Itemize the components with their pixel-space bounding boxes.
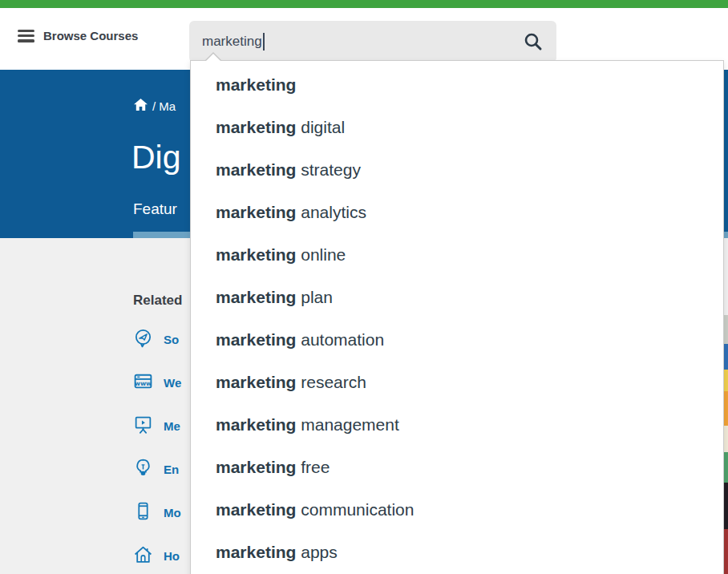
search-suggestion-item[interactable]: marketing communication bbox=[191, 488, 723, 531]
search-suggestion-item[interactable]: marketing analytics bbox=[191, 191, 723, 233]
list-item[interactable]: Me bbox=[133, 404, 181, 447]
suggestion-rest-text: strategy bbox=[296, 160, 361, 179]
search-icon[interactable] bbox=[523, 31, 544, 55]
search-suggestion-item[interactable]: marketing bbox=[191, 63, 723, 106]
course-thumbnail-fragment bbox=[724, 370, 728, 391]
related-subjects-list: So www bbox=[133, 317, 181, 574]
smartphone-icon bbox=[133, 501, 153, 521]
suggestion-rest-text: plan bbox=[296, 288, 333, 306]
breadcrumb-path: / Ma bbox=[152, 99, 176, 113]
suggestion-match-text: marketing bbox=[216, 373, 296, 391]
chat-plane-icon bbox=[133, 328, 153, 348]
browse-courses-label: Browse Courses bbox=[43, 29, 138, 42]
svg-text:www: www bbox=[135, 379, 152, 386]
suggestion-rest-text: automation bbox=[296, 330, 384, 349]
top-accent-bar bbox=[0, 0, 728, 8]
list-item-label: Ho bbox=[164, 549, 180, 563]
suggestion-match-text: marketing bbox=[216, 415, 296, 434]
suggestion-rest-text: analytics bbox=[296, 203, 366, 221]
search-suggestion-item[interactable]: marketing strategy bbox=[191, 148, 723, 191]
course-card-edge-fragments bbox=[724, 315, 728, 574]
course-thumbnail-fragment bbox=[724, 426, 728, 452]
search-suggestion-item[interactable]: marketing research bbox=[191, 361, 723, 403]
search-suggestion-item[interactable]: marketing plan bbox=[191, 276, 723, 318]
search-suggestion-item[interactable]: marketing apps bbox=[191, 531, 723, 573]
search-suggestion-item[interactable]: marketing management bbox=[191, 403, 723, 446]
search-suggestion-item[interactable]: marketing automation bbox=[191, 318, 723, 361]
course-thumbnail-fragment bbox=[724, 529, 728, 574]
course-thumbnail-fragment bbox=[724, 391, 728, 426]
search-input-value: marketing bbox=[202, 34, 262, 50]
browser-www-icon: www bbox=[133, 371, 153, 391]
list-item[interactable]: En bbox=[133, 447, 181, 491]
suggestion-match-text: marketing bbox=[216, 118, 296, 136]
list-item[interactable]: www We bbox=[133, 361, 181, 404]
search-suggestion-item[interactable]: marketing free bbox=[191, 446, 723, 488]
search-suggestion-item[interactable]: marketing digital bbox=[191, 106, 723, 148]
breadcrumb[interactable]: / Ma bbox=[134, 99, 176, 113]
suggestion-rest-text: communication bbox=[296, 500, 414, 519]
lightbulb-icon bbox=[133, 458, 153, 478]
list-item-label: So bbox=[164, 333, 179, 346]
search-autocomplete-dropdown: marketing marketing digital marketing st… bbox=[190, 60, 724, 574]
suggestion-rest-text: management bbox=[296, 415, 398, 434]
list-item[interactable]: So bbox=[133, 317, 181, 361]
related-heading: Related bbox=[133, 293, 182, 309]
suggestion-match-text: marketing bbox=[216, 500, 296, 519]
suggestion-rest-text: online bbox=[296, 245, 346, 264]
list-item-label: We bbox=[164, 376, 181, 390]
suggestion-match-text: marketing bbox=[216, 245, 296, 264]
house-icon bbox=[133, 544, 153, 564]
list-item-label: Mo bbox=[164, 506, 181, 519]
course-thumbnail-fragment bbox=[724, 483, 728, 529]
page-title: Dig bbox=[131, 139, 181, 176]
search-input[interactable]: marketing bbox=[189, 21, 556, 63]
suggestion-match-text: marketing bbox=[216, 75, 296, 94]
list-item-label: Me bbox=[164, 419, 180, 433]
list-item[interactable]: Mo bbox=[133, 491, 181, 534]
hamburger-menu-icon bbox=[18, 30, 34, 42]
list-item[interactable]: Ho bbox=[133, 534, 181, 574]
course-thumbnail-fragment bbox=[724, 315, 728, 344]
suggestion-rest-text: free bbox=[296, 458, 330, 476]
suggestion-match-text: marketing bbox=[216, 288, 296, 306]
suggestion-match-text: marketing bbox=[216, 458, 296, 476]
home-icon[interactable] bbox=[134, 99, 148, 113]
presentation-play-icon bbox=[133, 414, 153, 435]
suggestion-match-text: marketing bbox=[216, 160, 296, 179]
dropdown-pointer bbox=[205, 52, 221, 60]
suggestion-match-text: marketing bbox=[216, 203, 296, 221]
page: Browse Courses marketing / Ma Dig Featur bbox=[0, 0, 728, 574]
suggestion-rest-text: apps bbox=[296, 543, 337, 561]
suggestion-rest-text: digital bbox=[296, 118, 345, 136]
suggestion-rest-text: research bbox=[296, 373, 366, 391]
suggestion-match-text: marketing bbox=[216, 330, 296, 349]
course-thumbnail-fragment bbox=[724, 452, 728, 483]
suggestion-match-text: marketing bbox=[216, 543, 296, 561]
text-cursor bbox=[263, 33, 265, 51]
search-suggestion-item[interactable]: marketing online bbox=[191, 233, 723, 276]
list-item-label: En bbox=[164, 463, 179, 476]
course-thumbnail-fragment bbox=[724, 344, 728, 370]
tab-featured[interactable]: Featur bbox=[133, 200, 177, 218]
browse-courses-button[interactable]: Browse Courses bbox=[18, 29, 138, 42]
